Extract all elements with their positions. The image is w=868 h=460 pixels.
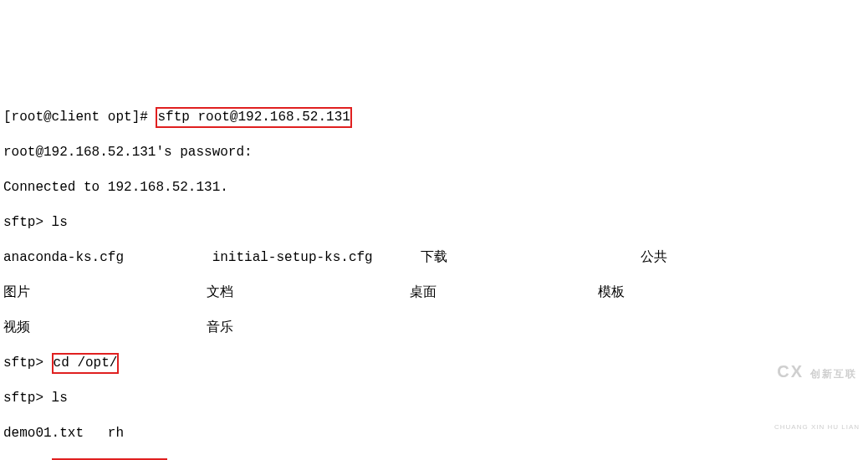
line-sftp-connect: [root@client opt]# sftp root@192.168.52.… [3,109,865,126]
line-password: root@192.168.52.131's password: [3,144,865,161]
line-ls2-out: demo01.txt rh [3,425,865,442]
watermark-logo: CX 创新互联 CHUANG XIN HU LIAN [774,328,860,453]
highlight-cd-cmd: cd /opt/ [52,353,120,374]
line-ls1: sftp> ls [3,214,865,232]
line-cd-opt: sftp> cd /opt/ [3,355,865,372]
line-connected: Connected to 192.168.52.131. [3,179,865,197]
highlight-sftp-cmd: sftp root@192.168.52.131 [156,107,351,128]
line-ls1-out-b: 图片 文档 桌面 模板 [3,284,865,302]
sftp-prompt: sftp> [3,355,52,371]
line-ls1-out-c: 视频 音乐 [3,319,865,337]
terminal-output: [root@client opt]# sftp root@192.168.52.… [0,88,868,460]
shell-prompt: [root@client opt]# [3,110,156,125]
line-ls2: sftp> ls [3,390,865,407]
line-ls1-out-a: anaconda-ks.cfg initial-setup-ks.cfg 下载 … [3,249,865,267]
